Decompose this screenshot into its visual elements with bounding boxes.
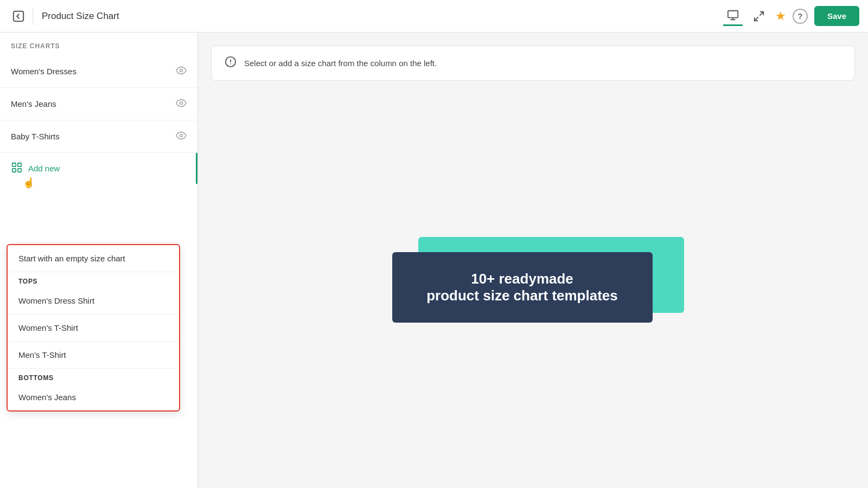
resize-icon-button[interactable] <box>749 7 769 26</box>
sidebar-item-label: Women's Dresses <box>11 67 76 76</box>
topbar-divider <box>33 8 33 25</box>
empty-size-chart-option[interactable]: Start with an empty size chart <box>8 245 179 272</box>
eye-icon[interactable] <box>176 65 187 78</box>
dropdown-popup: Start with an empty size chart TOPS Wome… <box>7 244 180 412</box>
topbar: Product Size Chart ★ ? Save <box>0 0 868 33</box>
info-banner: Select or add a size chart from the colu… <box>211 46 855 81</box>
svg-rect-12 <box>18 169 21 172</box>
info-text: Select or add a size chart from the colu… <box>244 59 437 68</box>
svg-rect-10 <box>18 163 21 166</box>
add-new-label: Add new <box>28 164 60 173</box>
svg-line-5 <box>755 17 758 20</box>
content-area: Select or add a size chart from the colu… <box>198 33 868 488</box>
promo-area: 10+ readymade product size chart templat… <box>211 98 855 475</box>
promo-line1: 10+ readymade <box>471 271 573 287</box>
sidebar-item-baby-tshirts[interactable]: Baby T-Shirts <box>0 120 197 153</box>
svg-rect-11 <box>12 169 16 172</box>
svg-point-6 <box>180 69 183 72</box>
monitor-icon-button[interactable] <box>723 7 743 26</box>
sidebar-item-womens-dresses[interactable]: Women's Dresses <box>0 55 197 88</box>
page-title: Product Size Chart <box>42 11 723 22</box>
tops-category-label: TOPS <box>8 272 179 287</box>
svg-line-4 <box>760 11 763 15</box>
womens-jeans-option[interactable]: Women's Jeans <box>8 384 179 410</box>
svg-rect-0 <box>14 11 23 21</box>
star-icon[interactable]: ★ <box>775 9 786 23</box>
womens-tshirt-option[interactable]: Women's T-Shirt <box>8 314 179 342</box>
save-button[interactable]: Save <box>814 6 859 26</box>
grid-icon <box>11 162 23 175</box>
promo-main: 10+ readymade product size chart templat… <box>392 252 653 323</box>
mens-tshirt-option[interactable]: Men's T-Shirt <box>8 342 179 369</box>
info-icon <box>225 56 237 70</box>
sidebar-item-label: Baby T-Shirts <box>11 132 60 141</box>
promo-card: 10+ readymade product size chart templat… <box>392 245 674 329</box>
topbar-icons: ★ ? Save <box>723 6 859 26</box>
add-new-button[interactable]: Add new ☝ <box>0 153 197 184</box>
main-layout: SIZE CHARTS Women's Dresses Men's Jeans … <box>0 33 868 488</box>
sidebar-item-label: Men's Jeans <box>11 99 56 108</box>
bottoms-category-label: BOTTOMS <box>8 369 179 384</box>
back-button[interactable] <box>9 7 28 26</box>
promo-line2: product size chart templates <box>426 287 618 304</box>
sidebar: SIZE CHARTS Women's Dresses Men's Jeans … <box>0 33 198 488</box>
help-icon[interactable]: ? <box>793 9 808 24</box>
svg-point-8 <box>180 134 183 137</box>
sidebar-section-label: SIZE CHARTS <box>0 33 197 55</box>
sidebar-item-mens-jeans[interactable]: Men's Jeans <box>0 88 197 120</box>
svg-rect-1 <box>728 11 738 18</box>
eye-icon-mens[interactable] <box>176 98 187 110</box>
svg-point-7 <box>180 102 183 105</box>
cursor-icon: ☝ <box>23 177 35 189</box>
womens-dress-shirt-option[interactable]: Women's Dress Shirt <box>8 287 179 314</box>
eye-icon-baby[interactable] <box>176 130 187 143</box>
svg-rect-9 <box>12 163 16 166</box>
